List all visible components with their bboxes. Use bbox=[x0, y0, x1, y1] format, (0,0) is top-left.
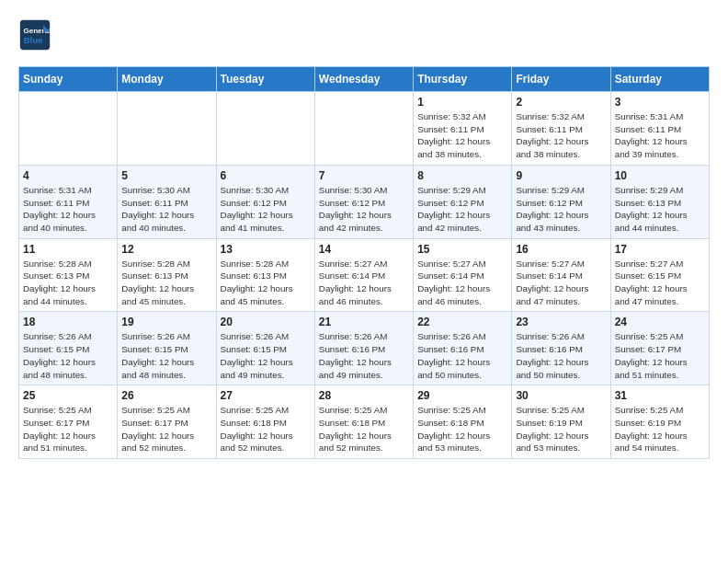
calendar-cell: 2Sunrise: 5:32 AM Sunset: 6:11 PM Daylig… bbox=[512, 92, 610, 166]
day-number: 31 bbox=[615, 389, 705, 402]
day-number: 11 bbox=[23, 243, 113, 256]
day-number: 28 bbox=[319, 389, 409, 402]
calendar-cell: 15Sunrise: 5:27 AM Sunset: 6:14 PM Dayli… bbox=[414, 238, 512, 312]
calendar-cell: 8Sunrise: 5:29 AM Sunset: 6:12 PM Daylig… bbox=[414, 165, 512, 238]
day-number: 2 bbox=[516, 96, 606, 109]
day-number: 19 bbox=[121, 316, 211, 328]
day-info: Sunrise: 5:28 AM Sunset: 6:13 PM Dayligh… bbox=[121, 258, 211, 308]
day-info: Sunrise: 5:26 AM Sunset: 6:16 PM Dayligh… bbox=[417, 330, 507, 381]
day-info: Sunrise: 5:26 AM Sunset: 6:15 PM Dayligh… bbox=[23, 330, 113, 381]
calendar-cell: 6Sunrise: 5:30 AM Sunset: 6:12 PM Daylig… bbox=[216, 165, 314, 238]
calendar-cell: 28Sunrise: 5:25 AM Sunset: 6:18 PM Dayli… bbox=[314, 385, 413, 459]
day-info: Sunrise: 5:29 AM Sunset: 6:13 PM Dayligh… bbox=[615, 184, 705, 235]
day-info: Sunrise: 5:25 AM Sunset: 6:18 PM Dayligh… bbox=[417, 404, 507, 454]
day-number: 22 bbox=[417, 316, 507, 328]
calendar-cell: 7Sunrise: 5:30 AM Sunset: 6:12 PM Daylig… bbox=[314, 165, 413, 238]
calendar-cell: 16Sunrise: 5:27 AM Sunset: 6:14 PM Dayli… bbox=[512, 238, 610, 312]
week-row-5: 25Sunrise: 5:25 AM Sunset: 6:17 PM Dayli… bbox=[19, 385, 710, 459]
calendar-cell: 26Sunrise: 5:25 AM Sunset: 6:17 PM Dayli… bbox=[118, 385, 216, 459]
day-number: 6 bbox=[221, 169, 311, 182]
day-info: Sunrise: 5:27 AM Sunset: 6:15 PM Dayligh… bbox=[615, 258, 705, 308]
calendar-cell: 5Sunrise: 5:30 AM Sunset: 6:11 PM Daylig… bbox=[118, 165, 216, 238]
day-number: 18 bbox=[23, 316, 113, 328]
calendar-cell: 12Sunrise: 5:28 AM Sunset: 6:13 PM Dayli… bbox=[118, 238, 216, 312]
day-info: Sunrise: 5:27 AM Sunset: 6:14 PM Dayligh… bbox=[417, 258, 507, 308]
day-number: 14 bbox=[319, 243, 409, 256]
day-number: 23 bbox=[516, 316, 606, 328]
calendar-cell: 22Sunrise: 5:26 AM Sunset: 6:16 PM Dayli… bbox=[414, 312, 512, 385]
day-info: Sunrise: 5:27 AM Sunset: 6:14 PM Dayligh… bbox=[516, 258, 606, 308]
day-header-monday: Monday bbox=[118, 67, 216, 92]
calendar-cell: 21Sunrise: 5:26 AM Sunset: 6:16 PM Dayli… bbox=[314, 312, 413, 385]
day-number: 17 bbox=[615, 243, 705, 256]
day-number: 29 bbox=[417, 389, 507, 402]
calendar-cell: 3Sunrise: 5:31 AM Sunset: 6:11 PM Daylig… bbox=[610, 92, 709, 166]
day-number: 7 bbox=[319, 169, 409, 182]
calendar: SundayMondayTuesdayWednesdayThursdayFrid… bbox=[18, 66, 710, 459]
calendar-cell: 18Sunrise: 5:26 AM Sunset: 6:15 PM Dayli… bbox=[19, 312, 118, 385]
day-info: Sunrise: 5:25 AM Sunset: 6:17 PM Dayligh… bbox=[23, 404, 113, 454]
day-info: Sunrise: 5:31 AM Sunset: 6:11 PM Dayligh… bbox=[615, 110, 705, 161]
day-number: 27 bbox=[221, 389, 311, 402]
day-info: Sunrise: 5:25 AM Sunset: 6:18 PM Dayligh… bbox=[221, 404, 311, 454]
calendar-cell: 17Sunrise: 5:27 AM Sunset: 6:15 PM Dayli… bbox=[610, 238, 709, 312]
day-number: 8 bbox=[417, 169, 507, 182]
day-number: 4 bbox=[23, 169, 113, 182]
day-number: 1 bbox=[417, 96, 507, 109]
day-info: Sunrise: 5:30 AM Sunset: 6:12 PM Dayligh… bbox=[319, 184, 409, 235]
day-info: Sunrise: 5:26 AM Sunset: 6:15 PM Dayligh… bbox=[221, 330, 311, 381]
day-number: 3 bbox=[615, 96, 705, 109]
day-number: 21 bbox=[319, 316, 409, 328]
calendar-cell bbox=[314, 92, 413, 166]
calendar-cell: 23Sunrise: 5:26 AM Sunset: 6:16 PM Dayli… bbox=[512, 312, 610, 385]
day-info: Sunrise: 5:29 AM Sunset: 6:12 PM Dayligh… bbox=[417, 184, 507, 235]
day-number: 26 bbox=[121, 389, 211, 402]
calendar-cell: 31Sunrise: 5:25 AM Sunset: 6:19 PM Dayli… bbox=[610, 385, 709, 459]
calendar-cell: 4Sunrise: 5:31 AM Sunset: 6:11 PM Daylig… bbox=[19, 165, 118, 238]
day-number: 13 bbox=[221, 243, 311, 256]
calendar-cell: 1Sunrise: 5:32 AM Sunset: 6:11 PM Daylig… bbox=[414, 92, 512, 166]
calendar-cell: 27Sunrise: 5:25 AM Sunset: 6:18 PM Dayli… bbox=[216, 385, 314, 459]
day-header-sunday: Sunday bbox=[19, 67, 118, 92]
calendar-cell: 25Sunrise: 5:25 AM Sunset: 6:17 PM Dayli… bbox=[19, 385, 118, 459]
day-info: Sunrise: 5:30 AM Sunset: 6:11 PM Dayligh… bbox=[121, 184, 211, 235]
day-info: Sunrise: 5:25 AM Sunset: 6:19 PM Dayligh… bbox=[516, 404, 606, 454]
week-row-4: 18Sunrise: 5:26 AM Sunset: 6:15 PM Dayli… bbox=[19, 312, 710, 385]
day-header-thursday: Thursday bbox=[414, 67, 512, 92]
logo-icon: General Blue bbox=[18, 18, 51, 52]
day-info: Sunrise: 5:32 AM Sunset: 6:11 PM Dayligh… bbox=[417, 110, 507, 161]
svg-text:Blue: Blue bbox=[23, 35, 43, 45]
day-info: Sunrise: 5:31 AM Sunset: 6:11 PM Dayligh… bbox=[23, 184, 113, 235]
calendar-cell: 9Sunrise: 5:29 AM Sunset: 6:12 PM Daylig… bbox=[512, 165, 610, 238]
day-header-tuesday: Tuesday bbox=[216, 67, 314, 92]
logo: General Blue bbox=[18, 18, 57, 52]
day-header-saturday: Saturday bbox=[610, 67, 709, 92]
day-number: 16 bbox=[516, 243, 606, 256]
day-info: Sunrise: 5:26 AM Sunset: 6:16 PM Dayligh… bbox=[319, 330, 409, 381]
calendar-cell: 11Sunrise: 5:28 AM Sunset: 6:13 PM Dayli… bbox=[19, 238, 118, 312]
calendar-cell: 30Sunrise: 5:25 AM Sunset: 6:19 PM Dayli… bbox=[512, 385, 610, 459]
week-row-3: 11Sunrise: 5:28 AM Sunset: 6:13 PM Dayli… bbox=[19, 238, 710, 312]
day-info: Sunrise: 5:25 AM Sunset: 6:17 PM Dayligh… bbox=[615, 330, 705, 381]
day-number: 9 bbox=[516, 169, 606, 182]
day-number: 12 bbox=[121, 243, 211, 256]
day-info: Sunrise: 5:25 AM Sunset: 6:17 PM Dayligh… bbox=[121, 404, 211, 454]
day-info: Sunrise: 5:25 AM Sunset: 6:18 PM Dayligh… bbox=[319, 404, 409, 454]
week-row-1: 1Sunrise: 5:32 AM Sunset: 6:11 PM Daylig… bbox=[19, 92, 710, 166]
calendar-cell bbox=[118, 92, 216, 166]
calendar-cell bbox=[19, 92, 118, 166]
day-header-friday: Friday bbox=[512, 67, 610, 92]
day-info: Sunrise: 5:27 AM Sunset: 6:14 PM Dayligh… bbox=[319, 258, 409, 308]
day-number: 20 bbox=[221, 316, 311, 328]
week-row-2: 4Sunrise: 5:31 AM Sunset: 6:11 PM Daylig… bbox=[19, 165, 710, 238]
calendar-cell: 19Sunrise: 5:26 AM Sunset: 6:15 PM Dayli… bbox=[118, 312, 216, 385]
day-number: 30 bbox=[516, 389, 606, 402]
day-info: Sunrise: 5:29 AM Sunset: 6:12 PM Dayligh… bbox=[516, 184, 606, 235]
page-header: General Blue bbox=[18, 18, 710, 52]
day-info: Sunrise: 5:25 AM Sunset: 6:19 PM Dayligh… bbox=[615, 404, 705, 454]
day-number: 24 bbox=[615, 316, 705, 328]
day-info: Sunrise: 5:26 AM Sunset: 6:16 PM Dayligh… bbox=[516, 330, 606, 381]
day-number: 5 bbox=[121, 169, 211, 182]
calendar-cell: 20Sunrise: 5:26 AM Sunset: 6:15 PM Dayli… bbox=[216, 312, 314, 385]
day-info: Sunrise: 5:30 AM Sunset: 6:12 PM Dayligh… bbox=[221, 184, 311, 235]
